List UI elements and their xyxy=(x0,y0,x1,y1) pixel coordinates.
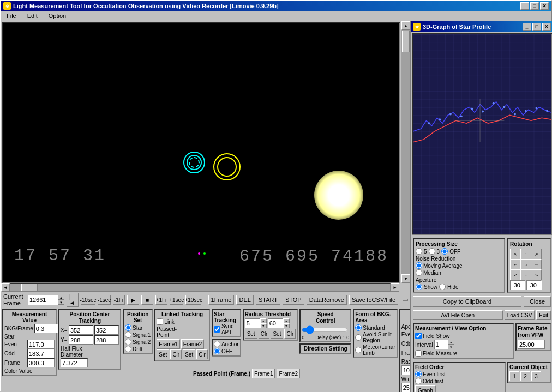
start-btn[interactable]: START xyxy=(256,295,280,305)
passed-frame1-btn[interactable]: Frame1 xyxy=(252,369,275,378)
graph-close-btn[interactable]: ✕ xyxy=(542,23,551,31)
radius-spin-up[interactable]: ▲ xyxy=(260,318,267,323)
threshold-spin-down[interactable]: ▼ xyxy=(283,323,290,328)
interval-input[interactable] xyxy=(434,340,448,349)
odd-first-radio[interactable] xyxy=(415,378,422,384)
radius-input[interactable] xyxy=(245,318,260,328)
interval-down[interactable]: ▼ xyxy=(448,345,454,349)
hide-radio[interactable] xyxy=(439,284,446,290)
stop-meas-btn[interactable]: STOP xyxy=(283,295,304,305)
avi-file-btn[interactable]: AVI File Open xyxy=(413,310,503,320)
graph-maximize-btn[interactable]: □ xyxy=(532,23,541,31)
off-radio[interactable] xyxy=(214,348,220,354)
rot-r-btn[interactable]: → xyxy=(531,259,542,270)
drift-radio[interactable] xyxy=(125,346,131,352)
anchor-radio[interactable] xyxy=(214,341,220,347)
load-csv-btn[interactable]: Load CSV xyxy=(505,310,535,320)
1frame-btn[interactable]: 1Frame xyxy=(208,295,235,305)
show-radio[interactable] xyxy=(416,284,422,290)
radius-set2-btn[interactable]: Set xyxy=(271,329,283,339)
graph-btn[interactable]: Graph xyxy=(415,385,436,392)
menu-edit[interactable]: Edit xyxy=(24,12,41,20)
rot-ul-btn[interactable]: ↖ xyxy=(510,249,521,260)
star-radio[interactable] xyxy=(125,324,131,331)
stop-btn[interactable]: ■ xyxy=(141,295,153,305)
procsize-off-radio[interactable] xyxy=(441,248,448,255)
scroll-down-btn[interactable]: ▼ xyxy=(401,274,410,283)
standard-radio[interactable] xyxy=(355,324,362,331)
step-fwd-frame-btn[interactable]: +1Fr xyxy=(155,295,167,305)
play-btn[interactable]: ▶ xyxy=(127,295,139,305)
avoid-sunlit-radio[interactable] xyxy=(355,334,362,341)
del-btn[interactable]: DEL xyxy=(236,295,253,305)
rot-val1-input[interactable] xyxy=(510,280,525,290)
rot-d-btn[interactable]: ↓ xyxy=(520,269,531,280)
threshold-spinbox[interactable]: ▲ ▼ xyxy=(268,318,290,328)
even-first-radio[interactable] xyxy=(415,371,422,377)
radius-clr-btn[interactable]: Clr xyxy=(259,329,270,339)
frame-spin-down[interactable]: ▼ xyxy=(58,300,64,305)
radius-spinbox[interactable]: ▲ ▼ xyxy=(245,318,267,328)
video-scrollbar[interactable]: ▲ ▼ xyxy=(401,21,410,283)
obj1-btn[interactable]: 1 xyxy=(509,371,519,381)
linked-clr2-btn[interactable]: Clr xyxy=(196,349,208,359)
linked-set2-btn[interactable]: Set xyxy=(183,349,195,359)
passed-frame2-btn[interactable]: Frame2 xyxy=(277,369,299,378)
field-measure-checkbox[interactable] xyxy=(415,350,422,357)
meteor-lunar-radio[interactable] xyxy=(355,347,362,353)
rot-dr-btn[interactable]: ↘ xyxy=(531,269,542,280)
scroll-thumb[interactable] xyxy=(402,31,410,52)
rot-u-btn[interactable]: ↑ xyxy=(520,249,531,260)
rot-ur-btn[interactable]: ↗ xyxy=(531,249,542,260)
frame1-label-btn[interactable]: Frame1 xyxy=(157,339,179,349)
procsize-5-radio[interactable] xyxy=(416,248,422,255)
rot-val2-input[interactable] xyxy=(526,280,542,290)
rot-dl-btn[interactable]: ↙ xyxy=(510,269,521,280)
step-back-10sec-btn[interactable]: -10sec xyxy=(81,295,95,305)
sync-apt-checkbox[interactable] xyxy=(214,326,220,333)
minimize-button[interactable]: _ xyxy=(520,2,529,10)
copy-clipboard-btn[interactable]: Copy to ClipBoard xyxy=(413,296,521,307)
hscroll-track[interactable] xyxy=(10,283,391,292)
close-graph-btn[interactable]: Close xyxy=(524,296,551,307)
step-fwd-10sec-btn[interactable]: +10sec xyxy=(185,295,201,305)
menu-option[interactable]: Option xyxy=(45,12,69,20)
graph-minimize-btn[interactable]: _ xyxy=(523,23,531,31)
step-fwd-1sec-btn[interactable]: +1sec xyxy=(170,295,183,305)
signal1-radio[interactable] xyxy=(125,331,131,338)
radius-spin-down[interactable]: ▼ xyxy=(260,323,267,328)
rot-l-btn[interactable]: ← xyxy=(510,259,521,270)
horizontal-scrollbar[interactable]: ◄ ► xyxy=(1,283,399,292)
signal2-radio[interactable] xyxy=(125,339,131,345)
current-frame-spinbox[interactable]: ▲ ▼ xyxy=(28,295,64,305)
moving-avg-radio[interactable] xyxy=(416,262,422,269)
frame-spin-up[interactable]: ▲ xyxy=(58,295,64,300)
rot-center-btn[interactable]: ○ xyxy=(520,259,531,270)
current-frame-input[interactable] xyxy=(28,295,58,305)
data-remove-btn[interactable]: DataRemove xyxy=(307,295,347,305)
median-radio[interactable] xyxy=(416,269,422,276)
radius-set-btn[interactable]: Set xyxy=(245,329,257,339)
frame2-label-btn[interactable]: Frame2 xyxy=(181,339,204,349)
hscroll-thumb[interactable] xyxy=(21,284,38,291)
scroll-up-btn[interactable]: ▲ xyxy=(401,21,410,30)
field-show-checkbox[interactable] xyxy=(415,333,422,339)
menu-file[interactable]: File xyxy=(3,12,20,20)
hscroll-right-btn[interactable]: ► xyxy=(391,283,399,292)
interval-up[interactable]: ▲ xyxy=(448,340,454,345)
threshold-spin-up[interactable]: ▲ xyxy=(283,318,290,323)
exit-btn[interactable]: Exit xyxy=(536,310,551,320)
procsize-3-radio[interactable] xyxy=(429,248,435,255)
maximize-button[interactable]: □ xyxy=(530,2,539,10)
interval-spinbox[interactable]: ▲ ▼ xyxy=(434,340,454,349)
obj3-btn[interactable]: 3 xyxy=(531,371,541,381)
skip-to-start-btn[interactable]: |◄ xyxy=(67,293,79,307)
save-csv-btn[interactable]: SaveToCSV/File xyxy=(349,295,398,305)
speed-slider[interactable] xyxy=(302,326,348,334)
link-checkbox[interactable] xyxy=(157,318,163,325)
linked-clr1-btn[interactable]: Clr xyxy=(170,349,182,359)
linked-set1-btn[interactable]: Set xyxy=(157,349,169,359)
obj2-btn[interactable]: 2 xyxy=(520,371,530,381)
step-back-frame-btn[interactable]: -1Fr xyxy=(113,295,125,305)
radius-clr2-btn[interactable]: Clr xyxy=(284,329,296,339)
